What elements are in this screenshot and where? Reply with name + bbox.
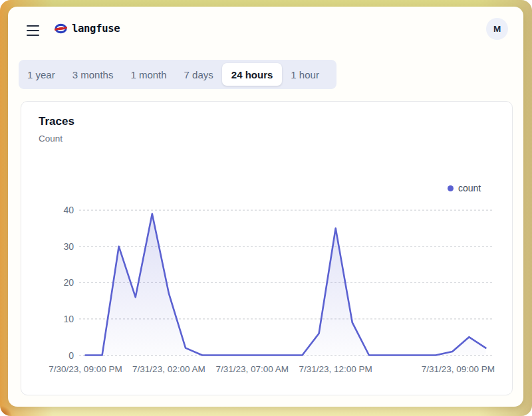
tab-7-days[interactable]: 7 days [176, 63, 222, 86]
y-axis-tick-label: 10 [51, 313, 74, 325]
app-panel: langfuse M 1 year 3 months 1 month 7 day… [8, 7, 523, 407]
app-frame: langfuse M 1 year 3 months 1 month 7 day… [0, 0, 532, 416]
brand-name: langfuse [72, 23, 120, 35]
traces-area-chart [21, 102, 513, 396]
menu-icon[interactable] [27, 25, 39, 36]
avatar-initial: M [493, 24, 501, 34]
x-axis-tick-label: 7/31/23, 07:00 AM [205, 364, 299, 375]
tab-1-month[interactable]: 1 month [122, 63, 175, 86]
y-axis-tick-label: 40 [51, 204, 74, 216]
tab-3-months[interactable]: 3 months [64, 63, 122, 86]
user-avatar[interactable]: M [486, 18, 508, 40]
y-axis-tick-label: 0 [51, 350, 74, 362]
count-area [86, 214, 486, 356]
time-range-tabbar: 1 year 3 months 1 month 7 days 24 hours … [19, 60, 336, 89]
y-axis-tick-label: 30 [51, 241, 74, 253]
traces-card: Traces Count count 0102030407/30/23, 09:… [21, 101, 513, 395]
brand[interactable]: langfuse [55, 23, 120, 35]
x-axis-tick-label: 7/31/23, 02:00 AM [122, 364, 215, 375]
tab-1-hour[interactable]: 1 hour [282, 63, 328, 86]
x-axis-tick-label: 7/31/23, 12:00 PM [289, 364, 382, 375]
x-axis-tick-label: 7/31/23, 09:00 PM [402, 364, 495, 375]
langfuse-knot-icon [55, 23, 67, 34]
y-axis-tick-label: 20 [51, 276, 74, 288]
tab-1-year[interactable]: 1 year [19, 63, 64, 86]
tab-24-hours[interactable]: 24 hours [222, 63, 283, 86]
x-axis-tick-label: 7/30/23, 09:00 PM [39, 364, 132, 375]
